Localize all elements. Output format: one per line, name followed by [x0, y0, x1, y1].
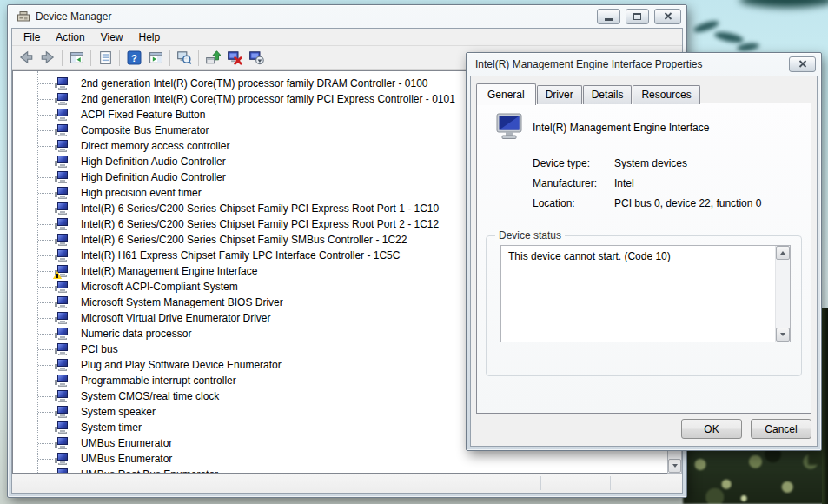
system-device-icon	[55, 374, 70, 388]
help-button[interactable]: ?	[123, 48, 144, 68]
help-icon: ?	[127, 50, 142, 65]
update-driver-icon	[205, 50, 221, 65]
device-label: UMBus Enumerator	[81, 437, 172, 449]
device-status-label: Device status	[495, 229, 565, 242]
tab-resources[interactable]: Resources	[633, 85, 699, 104]
field-label: Device type:	[533, 157, 590, 169]
system-device-icon	[55, 405, 70, 419]
system-device-icon	[55, 358, 70, 372]
scroll-down-button[interactable]	[668, 459, 681, 473]
field-value: System devices	[614, 157, 687, 169]
device-label: PCI bus	[81, 343, 118, 355]
ok-button[interactable]: OK	[681, 419, 742, 439]
tab-page-general: Intel(R) Management Engine Interface Dev…	[476, 103, 811, 414]
tree-item[interactable]: UMBus Enumerator	[13, 451, 681, 467]
close-icon	[798, 60, 807, 68]
system-device-icon	[55, 233, 70, 247]
cancel-button[interactable]: Cancel	[751, 419, 811, 439]
field-value: PCI bus 0, device 22, function 0	[614, 197, 761, 209]
menu-item-view[interactable]: View	[93, 30, 131, 45]
toolbar-separator	[119, 50, 120, 66]
tab-details[interactable]: Details	[583, 85, 633, 104]
uninstall-device-icon	[227, 50, 242, 65]
system-device-icon	[55, 389, 70, 403]
system-device-icon	[55, 108, 70, 122]
maximize-button[interactable]	[626, 9, 649, 24]
system-device-icon	[55, 421, 70, 434]
dialog-close-button[interactable]	[789, 56, 816, 72]
device-label: Numeric data processor	[81, 328, 191, 340]
system-device-icon	[55, 76, 70, 90]
device-label: Intel(R) 6 Series/C200 Series Chipset Fa…	[81, 202, 439, 215]
system-device-icon	[55, 311, 70, 325]
status-bar	[12, 474, 682, 493]
menu-item-help[interactable]: Help	[131, 30, 169, 45]
minimize-icon	[605, 18, 613, 21]
device-label: System speaker	[81, 406, 156, 418]
scroll-down-icon	[672, 464, 678, 468]
warning-icon	[53, 271, 62, 279]
device-label: Microsoft ACPI-Compliant System	[81, 281, 238, 293]
scan-hw-changes-button[interactable]	[246, 48, 267, 68]
minimize-button[interactable]	[597, 9, 620, 24]
properties-button[interactable]	[95, 48, 116, 68]
tab-strip: GeneralDriverDetailsResources	[476, 83, 701, 104]
status-bar-divider	[610, 476, 611, 490]
status-scroll-down-button[interactable]	[776, 328, 790, 342]
window-title: Device Manager	[36, 10, 592, 23]
field-value: Intel	[614, 177, 634, 189]
dialog-titlebar[interactable]: Intel(R) Management Engine Interface Pro…	[467, 53, 821, 75]
close-button[interactable]	[654, 9, 681, 24]
toolbar-separator	[62, 50, 63, 66]
system-device-icon	[55, 186, 70, 200]
back-icon	[18, 50, 34, 65]
device-label: Intel(R) 6 Series/C200 Series Chipset Fa…	[81, 218, 439, 230]
status-scroll-up-button[interactable]	[776, 246, 790, 260]
tree-canopy	[739, 0, 828, 8]
tree-branch	[737, 42, 760, 52]
update-driver-button[interactable]	[202, 48, 223, 68]
scan-computer-button[interactable]	[174, 48, 195, 68]
device-label: Intel(R) Management Engine Interface	[81, 265, 257, 277]
uninstall-device-button[interactable]	[224, 48, 245, 68]
device-label: Plug and Play Software Device Enumerator	[81, 359, 282, 371]
status-scrollbar[interactable]	[775, 246, 790, 342]
field-row: Location:PCI bus 0, device 22, function …	[533, 197, 800, 210]
device-label: High precision event timer	[81, 187, 202, 199]
device-label: Composite Bus Enumerator	[81, 124, 209, 136]
system-device-icon	[55, 342, 70, 356]
dialog-body: GeneralDriverDetailsResources Intel(R) M…	[470, 76, 818, 447]
field-row: Manufacturer:Intel	[533, 177, 800, 190]
device-label: System CMOS/real time clock	[81, 390, 219, 402]
toolbar-separator	[198, 50, 199, 66]
system-device-icon	[55, 217, 70, 231]
device-label: Intel(R) H61 Express Chipset Family LPC …	[81, 249, 400, 262]
tab-general[interactable]: General	[476, 83, 536, 105]
device-manager-titlebar[interactable]: Device Manager	[8, 5, 686, 27]
field-row: Device type:System devices	[533, 157, 800, 170]
menu-item-file[interactable]: File	[16, 30, 48, 45]
dialog-buttons: OK Cancel	[681, 419, 811, 439]
menu-item-action[interactable]: Action	[48, 30, 92, 45]
show-console-tree-button[interactable]	[66, 48, 87, 68]
device-status-box: This device cannot start. (Code 10)	[500, 245, 791, 342]
maximize-icon	[633, 13, 641, 20]
back-button[interactable]	[16, 48, 36, 68]
system-device-icon	[55, 264, 70, 278]
show-action-pane-button[interactable]	[145, 48, 166, 68]
system-device-icon	[55, 436, 70, 450]
device-label: Microsoft Virtual Drive Enumerator Drive…	[81, 312, 271, 324]
system-device-icon	[55, 123, 70, 137]
forward-button[interactable]	[37, 48, 58, 68]
system-device-icon	[494, 112, 524, 142]
close-icon	[664, 12, 672, 20]
scroll-up-icon	[780, 251, 785, 255]
forest	[683, 448, 828, 504]
device-status-groupbox: Device status This device cannot start. …	[486, 235, 802, 376]
tree-item[interactable]: UMBus Root Bus Enumerator	[13, 467, 681, 474]
system-device-icon	[55, 92, 70, 106]
forward-icon	[40, 50, 56, 65]
tab-driver[interactable]: Driver	[537, 85, 582, 104]
system-device-icon	[55, 170, 70, 184]
dialog-title: Intel(R) Management Engine Interface Pro…	[475, 58, 784, 70]
